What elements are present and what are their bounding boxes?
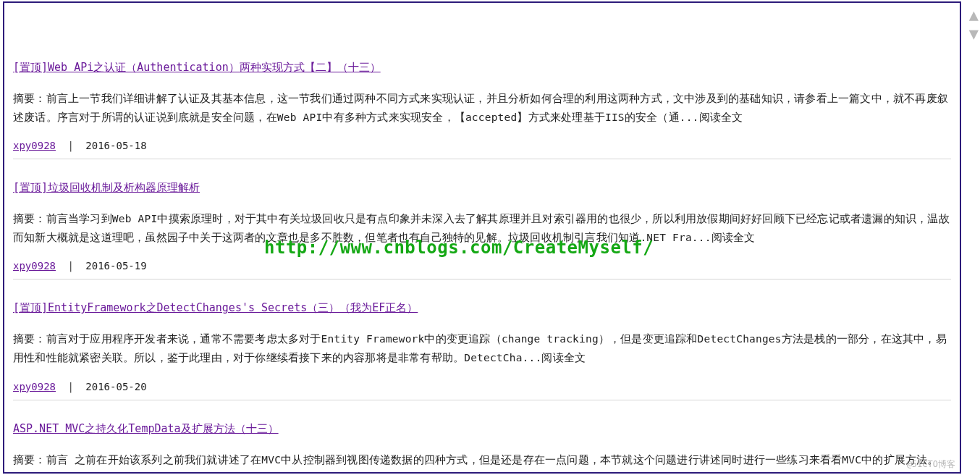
scroll-down-icon[interactable]: ▼ [969,26,979,42]
meta-separator: | [67,140,73,151]
posts-list: [置顶]Web APi之认证（Authentication）两种实现方式【二】（… [4,3,960,474]
post-title-link[interactable]: ASP.NET MVC之持久化TempData及扩展方法（十三） [13,422,279,435]
post-item: ASP.NET MVC之持久化TempData及扩展方法（十三） 摘要：前言 之… [13,422,951,474]
meta-separator: | [67,260,73,272]
post-summary: 摘要：前言上一节我们详细讲解了认证及其基本信息，这一节我们通过两种不同方式来实现… [13,89,951,127]
post-summary: 摘要：前言 之前在开始该系列之前我们就讲述了在MVC中从控制器到视图传递数据的四… [13,450,951,474]
post-date: 2016-05-20 [85,381,146,392]
author-link[interactable]: xpy0928 [13,260,56,272]
post-summary: 摘要：前言对于应用程序开发者来说，通常不需要考虑太多对于Entity Frame… [13,329,951,367]
post-date: 2016-05-18 [85,140,146,151]
post-item: [置顶]Web APi之认证（Authentication）两种实现方式【二】（… [13,61,951,159]
author-link[interactable]: xpy0928 [13,140,56,151]
content-frame: [置顶]Web APi之认证（Authentication）两种实现方式【二】（… [3,1,961,474]
post-meta: xpy0928 | 2016-05-20 [13,381,951,400]
post-meta: xpy0928 | 2016-05-19 [13,260,951,279]
scroll-up-icon[interactable]: ▲ [969,7,979,23]
post-meta: xpy0928 | 2016-05-18 [13,140,951,159]
post-item: [置顶]EntityFramework之DetectChanges's Secr… [13,301,951,400]
post-title-link[interactable]: [置顶]EntityFramework之DetectChanges's Secr… [13,301,418,314]
post-title-link[interactable]: [置顶]Web APi之认证（Authentication）两种实现方式【二】（… [13,61,381,74]
meta-separator: | [67,381,73,392]
post-item: [置顶]垃圾回收机制及析构器原理解析 摘要：前言当学习到Web API中摸索原理… [13,181,951,279]
author-link[interactable]: xpy0928 [13,381,56,392]
post-summary: 摘要：前言当学习到Web API中摸索原理时，对于其中有关垃圾回收只是有点印象并… [13,209,951,247]
post-title-link[interactable]: [置顶]垃圾回收机制及析构器原理解析 [13,181,200,194]
post-date: 2016-05-19 [85,260,146,272]
